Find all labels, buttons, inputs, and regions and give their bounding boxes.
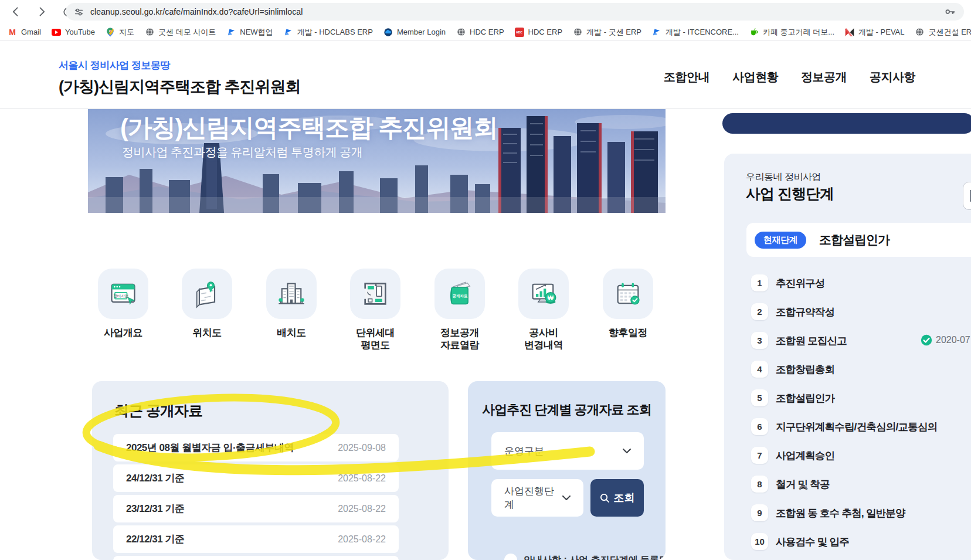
stage-step: 3조합원 모집신고 2020-07 — [751, 332, 971, 349]
site-info-icon[interactable] — [74, 7, 84, 17]
sidebar-navy-button[interactable] — [722, 113, 971, 134]
url-text: cleanup.seoul.go.kr/cafe/mainIndx.do?caf… — [90, 7, 303, 16]
quick-menu-site-layout[interactable]: 배치도 — [253, 269, 330, 339]
recent-documents-title: 최근 공개자료 — [114, 401, 202, 420]
document-row[interactable]: 24/12/31 기준 2025-08-22 — [113, 464, 399, 492]
bookmarks-bar: MGmail YouTube 지도 굿센 데모 사이트 NEW협업 개발 - H… — [2, 23, 971, 40]
forward-button[interactable] — [34, 4, 49, 19]
hero-title: (가칭)신림지역주택조합 추진위원회 — [120, 111, 497, 144]
blue-collab-logo-icon — [226, 28, 236, 37]
nav-item-notices[interactable]: 공지사항 — [870, 69, 915, 85]
document-row-partial[interactable] — [113, 556, 399, 560]
project-stage-select[interactable]: 사업진행단계 — [491, 479, 583, 517]
stage-step: 8철거 및 착공 — [751, 476, 971, 493]
bookmark-cafe-joonggo[interactable]: 카페 중고거래 더보... — [744, 25, 840, 39]
back-arrow-icon — [10, 6, 22, 18]
quick-menu-construction-cost[interactable]: ₩ 공사비변경내역 — [505, 269, 582, 351]
bookmark-itcencore[interactable]: 개발 - ITCENCORE... — [647, 25, 744, 39]
quick-menu-label: 향후일정 — [589, 327, 667, 339]
bookmark-gmail[interactable]: MGmail — [2, 26, 46, 39]
bookmark-member-login[interactable]: Member Login — [378, 26, 451, 39]
bookmark-gucsen-erp[interactable]: 개발 - 굿센 ERP — [568, 25, 647, 39]
stage-list-button[interactable] — [963, 182, 971, 210]
browser-nav-buttons — [8, 4, 75, 19]
stage-step: 10사용검수 및 입주 — [751, 533, 971, 550]
nav-item-association-info[interactable]: 조합안내 — [664, 69, 709, 85]
project-overview-icon: 정비사업 — [108, 279, 138, 309]
magnifier-icon — [600, 493, 610, 503]
stage-step: 5조합설립인가 — [751, 389, 971, 406]
stage-search-card: 사업추진 단계별 공개자료 조회 운영구분 사업진행단계 조회 안내사항 : 사… — [468, 381, 666, 560]
chevron-down-icon — [562, 495, 571, 501]
globe-icon — [573, 28, 582, 37]
stage-step: 7사업계획승인 — [751, 447, 971, 464]
notice-row: 안내사항 : 사업 추진단계에 등록된 자료들을 — [504, 554, 666, 560]
stage-steps-list: 1추진위구성 2조합규약작성 3조합원 모집신고 2020-07 4조합창립총회… — [751, 274, 971, 560]
quick-menu-label: 배치도 — [253, 327, 330, 339]
quick-menu-schedule[interactable]: 향후일정 — [589, 269, 667, 339]
check-circle-icon — [921, 334, 932, 346]
chevron-down-icon — [623, 449, 631, 454]
bookmark-youtube[interactable]: YouTube — [46, 26, 100, 39]
quick-menu-floor-plan[interactable]: 단위세대평면도 — [337, 269, 414, 351]
quick-menu-location-map[interactable]: 위치도 — [168, 269, 246, 339]
stage-search-title: 사업추진 단계별 공개자료 조회 — [468, 401, 666, 419]
site-brand[interactable]: 서울시 정비사업 정보몽땅 (가칭)신림지역주택조합 추진위원회 — [59, 59, 300, 97]
quick-menu-label: 위치도 — [168, 327, 246, 339]
quick-menu-project-overview[interactable]: 정비사업 사업개요 — [84, 269, 162, 339]
peval-x-icon — [845, 28, 854, 37]
gmail-icon: M — [8, 28, 17, 37]
document-row[interactable]: 22/12/31 기준 2025-08-22 — [113, 525, 399, 553]
hero-banner: (가칭)신림지역주택조합 추진위원회 정비사업 추진과정을 유리알처럼 투명하게… — [88, 109, 666, 213]
quick-menu-label: 공사비변경내역 — [505, 327, 582, 351]
svg-text:공개자료: 공개자료 — [453, 294, 468, 298]
bookmark-maps[interactable]: 지도 — [100, 25, 140, 39]
blue-cloud-icon — [383, 28, 393, 37]
quick-menu-label: 정보공개자료열람 — [421, 327, 498, 351]
hero-subtitle: 정비사업 추진과정을 유리알처럼 투명하게 공개 — [122, 144, 362, 160]
site-layout-icon — [276, 279, 307, 309]
stage-step: 1추진위구성 — [751, 274, 971, 291]
schedule-calendar-icon — [613, 279, 643, 309]
bookmark-gucsen-const-erp[interactable]: 굿센건설 ERP — [910, 25, 971, 39]
bookmark-hdclabs-erp[interactable]: 개발 - HDCLABS ERP — [279, 25, 378, 39]
bookmark-gucsen-demo[interactable]: 굿센 데모 사이트 — [140, 25, 221, 39]
browser-window: cleanup.seoul.go.kr/cafe/mainIndx.do?caf… — [0, 0, 971, 560]
recent-documents-card: 최근 공개자료 2025년 08월 월별자금 입·출금세부내역 2025-09-… — [92, 381, 449, 560]
sidebar-title: 사업 진행단계 — [746, 184, 834, 203]
operation-type-select[interactable]: 운영구분 — [491, 432, 644, 470]
stage-step-completed: 2020-07 — [921, 334, 970, 346]
svg-text:₩: ₩ — [548, 294, 554, 301]
current-stage-badge: 현재단계 — [755, 232, 806, 249]
bookmark-hdc-erp-red[interactable]: HDCHDC ERP — [510, 26, 568, 39]
site-name[interactable]: 서울시 정비사업 정보몽땅 — [59, 59, 300, 72]
hdc-red-icon: HDC — [515, 28, 524, 37]
location-map-icon — [192, 279, 222, 309]
document-row[interactable]: 23/12/31 기준 2025-08-22 — [113, 495, 399, 522]
nav-item-project-status[interactable]: 사업현황 — [732, 69, 778, 85]
forward-arrow-icon — [36, 6, 47, 18]
floor-plan-icon — [360, 279, 391, 309]
current-stage-card: 현재단계 조합설립인가 — [746, 223, 971, 257]
quick-menu-label: 사업개요 — [84, 327, 162, 339]
document-row[interactable]: 2025년 08월 월별자금 입·출금세부내역 2025-09-08 — [113, 434, 399, 461]
bookmark-peval[interactable]: 개발 - PEVAL — [840, 25, 910, 39]
bookmark-new-collab[interactable]: NEW협업 — [221, 25, 278, 39]
notice-bullet-icon — [504, 554, 517, 560]
main-nav: 조합안내 사업현황 정보공개 공지사항 — [664, 69, 915, 85]
open-data-book-icon: 공개자료 — [444, 279, 475, 309]
search-button[interactable]: 조회 — [590, 479, 644, 517]
globe-icon — [915, 28, 925, 37]
password-key-icon[interactable] — [944, 6, 956, 18]
current-stage-name: 조합설립인가 — [819, 232, 889, 248]
progress-sidebar: 우리동네 정비사업 사업 진행단계 현재단계 조합설립인가 1추진위구성 2조합… — [724, 154, 971, 560]
quick-menu-open-data[interactable]: 공개자료 정보공개자료열람 — [421, 269, 498, 351]
green-cup-icon — [749, 28, 759, 37]
bookmark-hdc-erp-globe[interactable]: HDC ERP — [451, 26, 510, 39]
stage-step: 6지구단위계획수립/건축심의/교통심의 — [751, 418, 971, 435]
recent-documents-list: 2025년 08월 월별자금 입·출금세부내역 2025-09-08 24/12… — [113, 434, 399, 560]
back-button[interactable] — [8, 4, 23, 19]
address-bar[interactable]: cleanup.seoul.go.kr/cafe/mainIndx.do?caf… — [66, 3, 964, 21]
blue-collab-logo-icon — [284, 28, 293, 37]
nav-item-info-disclosure[interactable]: 정보공개 — [801, 69, 847, 85]
